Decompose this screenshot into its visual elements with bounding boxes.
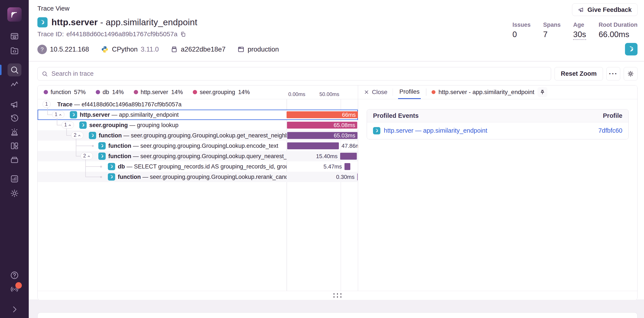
header-right: Give Feedback Issues0Spans7Age30sRoot Du… bbox=[512, 3, 638, 39]
runtime-item[interactable]: CPython3.11.0 bbox=[101, 45, 159, 53]
reset-zoom-button[interactable]: Reset Zoom bbox=[554, 67, 603, 80]
sentry-logo-icon[interactable] bbox=[7, 0, 22, 21]
profiled-event-row[interactable]: http.server — app.similarity_endpoint7df… bbox=[367, 122, 628, 139]
legend-dot bbox=[193, 90, 197, 94]
nav-alerts-icon[interactable] bbox=[10, 127, 19, 137]
search-icon bbox=[42, 71, 48, 77]
copy-icon[interactable] bbox=[180, 31, 186, 37]
search-input[interactable] bbox=[51, 70, 547, 77]
detail-header: Close Profiles http.server - app.similar… bbox=[358, 85, 637, 99]
sidebar bbox=[0, 0, 29, 318]
nav-replays-icon[interactable] bbox=[10, 114, 19, 123]
nav-stats-icon[interactable] bbox=[10, 174, 19, 184]
trace-row-function[interactable]: function — seer.grouping.grouping.Groupi… bbox=[38, 141, 358, 151]
legend-item-seer-grouping[interactable]: seer.grouping14% bbox=[193, 89, 250, 96]
span-color-dot bbox=[432, 90, 436, 94]
span-description: function — seer.grouping.grouping.Groupi… bbox=[118, 172, 286, 182]
span-duration-label: 66ms bbox=[286, 110, 356, 120]
trace-row-seer-grouping[interactable]: 1seer.grouping — grouping lookup65.08ms bbox=[38, 120, 358, 130]
more-options-button[interactable]: ··· bbox=[606, 67, 620, 80]
expand-pill[interactable]: 1 bbox=[62, 121, 74, 129]
trace-row-trace[interactable]: 1Trace — ef44188d60c1496a89b1767cf9b5057… bbox=[38, 99, 358, 110]
user-ip-item[interactable]: ?10.5.221.168 bbox=[38, 45, 89, 54]
legend-item-http-server[interactable]: http.server14% bbox=[134, 89, 183, 96]
nav-issues-icon[interactable] bbox=[10, 31, 19, 41]
main-content: Trace View http.server - app.similarity_… bbox=[29, 0, 644, 318]
drag-handle[interactable] bbox=[334, 293, 342, 298]
expand-pill[interactable]: 2 bbox=[80, 152, 93, 160]
trace-waterfall-panel: function57%db14%http.server14%seer.group… bbox=[38, 85, 638, 300]
nav-search-icon[interactable] bbox=[8, 63, 22, 76]
nav-dashboards-icon[interactable] bbox=[10, 141, 19, 151]
span-description: Trace — ef44188d60c1496a89b1767cf9b5057a bbox=[57, 99, 182, 110]
profiled-event-link[interactable]: http.server — app.similarity_endpoint bbox=[384, 127, 487, 134]
expand-pill[interactable]: 2 bbox=[71, 132, 84, 139]
trace-row-function[interactable]: function — seer.grouping.grouping.Groupi… bbox=[38, 172, 358, 182]
tree-connector bbox=[66, 135, 71, 136]
nav-broadcasts-icon[interactable] bbox=[10, 284, 19, 293]
nav-help-icon[interactable] bbox=[10, 271, 19, 280]
tree-connector bbox=[57, 120, 57, 125]
tree-connector bbox=[66, 130, 67, 136]
nav-traces-icon[interactable] bbox=[10, 79, 19, 89]
profile-id-link[interactable]: 7dfbfc60 bbox=[598, 127, 622, 134]
stat-issues: Issues0 bbox=[512, 21, 530, 39]
tab-profiles[interactable]: Profiles bbox=[398, 85, 421, 99]
panel-resize-strip bbox=[38, 291, 637, 300]
nav-releases-icon[interactable] bbox=[10, 155, 19, 164]
pin-button[interactable] bbox=[538, 87, 548, 97]
span-description: function — seer.grouping.grouping.Groupi… bbox=[99, 130, 286, 141]
close-panel-button[interactable]: Close bbox=[364, 89, 388, 96]
tree-connector bbox=[47, 108, 48, 110]
nav-explore-icon[interactable] bbox=[10, 46, 19, 55]
detail-body: Profiled Events Profile http.server — ap… bbox=[358, 99, 637, 291]
expand-pill[interactable]: 1 bbox=[52, 111, 64, 118]
notification-badge bbox=[15, 282, 22, 289]
trace-toolbar: Reset Zoom ··· bbox=[38, 67, 638, 80]
tree-connector bbox=[57, 125, 62, 125]
divider bbox=[426, 88, 426, 96]
legend-item-function[interactable]: function57% bbox=[44, 89, 86, 96]
expand-pill[interactable]: 1 bbox=[42, 101, 50, 108]
settings-button[interactable] bbox=[624, 67, 638, 80]
trace-row-db[interactable]: db — SELECT grouping_records.id AS group… bbox=[38, 161, 358, 172]
span-project-icon bbox=[108, 173, 115, 180]
release-item[interactable]: a2622dbe18e7 bbox=[170, 45, 226, 53]
legend-item-db[interactable]: db14% bbox=[96, 89, 124, 96]
search-box bbox=[38, 67, 551, 80]
trace-op: http.server bbox=[52, 17, 98, 27]
environment-item[interactable]: production bbox=[237, 45, 279, 53]
span-description: function — seer.grouping.grouping.Groupi… bbox=[108, 141, 278, 151]
span-duration-bar bbox=[340, 153, 357, 160]
legend-dot bbox=[44, 90, 48, 94]
project-avatar[interactable] bbox=[625, 43, 638, 55]
table-header: Profiled Events Profile bbox=[367, 109, 628, 122]
span-project-icon bbox=[70, 111, 77, 119]
nav-settings-icon[interactable] bbox=[10, 188, 19, 198]
give-feedback-button[interactable]: Give Feedback bbox=[572, 3, 638, 16]
collapse-chevron-icon bbox=[78, 132, 81, 138]
package-icon bbox=[170, 46, 178, 53]
page-header: Trace View http.server - app.similarity_… bbox=[29, 0, 644, 38]
tree-connector bbox=[47, 110, 48, 115]
collapse-chevron-icon bbox=[59, 112, 62, 117]
nav-feedback-icon[interactable] bbox=[10, 100, 19, 109]
tree-connector bbox=[85, 160, 86, 161]
selected-span-chip[interactable]: http.server - app.similarity_endpoint bbox=[432, 89, 534, 96]
active-nav-tile[interactable] bbox=[8, 63, 22, 76]
span-description: function — seer.grouping.grouping.Groupi… bbox=[108, 151, 286, 161]
waterfall-axis: 0.00ms 50.00ms bbox=[286, 85, 358, 99]
trace-row-http-server[interactable]: 1http.server — app.similarity_endpoint66… bbox=[38, 110, 358, 120]
stat-spans: Spans7 bbox=[543, 21, 560, 39]
trace-row-function[interactable]: 2function — seer.grouping.grouping.Group… bbox=[38, 151, 358, 161]
span-project-icon bbox=[89, 132, 96, 139]
sidebar-expand-icon[interactable] bbox=[10, 305, 19, 314]
trace-row-function[interactable]: 2function — seer.grouping.grouping.Group… bbox=[38, 130, 358, 141]
trace-transaction: app.similarity_endpoint bbox=[106, 17, 197, 27]
span-project-icon bbox=[373, 127, 380, 134]
sentry-logo-tile[interactable] bbox=[7, 7, 22, 21]
active-nav-indicator bbox=[0, 65, 2, 75]
span-project-icon bbox=[98, 142, 106, 150]
tree-connector bbox=[76, 151, 76, 156]
event-meta-row: ?10.5.221.168CPython3.11.0a2622dbe18e7pr… bbox=[38, 43, 638, 56]
